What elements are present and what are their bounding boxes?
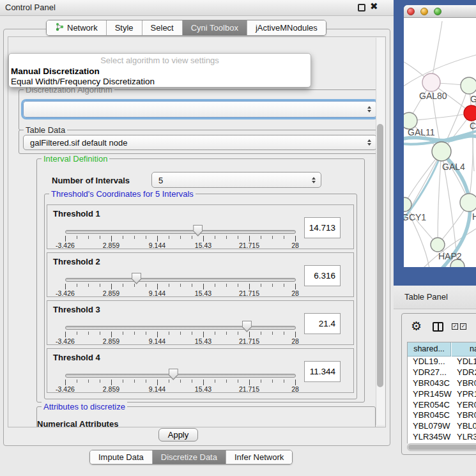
- cell-name[interactable]: YBL0: [457, 421, 476, 432]
- cell-name[interactable]: YDR2: [457, 367, 476, 378]
- slider-thumb[interactable]: [169, 369, 178, 380]
- slider-track[interactable]: [65, 374, 296, 378]
- slider-track[interactable]: [65, 230, 296, 234]
- float-icon[interactable]: [358, 4, 365, 12]
- slider-track[interactable]: [65, 326, 296, 330]
- cell-name[interactable]: YBR0: [457, 410, 476, 421]
- cell-name[interactable]: YPR1: [457, 389, 476, 400]
- slider-tick: [215, 332, 215, 335]
- table-row[interactable]: YDL19...YDL1: [408, 357, 476, 367]
- threshold-value-field[interactable]: 6.316: [304, 265, 341, 286]
- option-equal-width-frequency[interactable]: Equal Width/Frequency Discretization: [11, 77, 155, 86]
- table-hscrollbar-thumb[interactable]: [408, 445, 476, 450]
- slider-tick-label: 21.715: [239, 385, 259, 393]
- threshold-label: Threshold 3: [53, 305, 100, 314]
- threshold-panel-2: Threshold 2-3.4262.8599.14415.4321.71528…: [47, 252, 354, 297]
- slider-tick: [180, 284, 181, 287]
- tab-jactivemnodules[interactable]: jActiveMNodules: [247, 20, 326, 35]
- threshold-value-field[interactable]: 21.4: [304, 313, 341, 334]
- cell-shared-name[interactable]: YBL079W: [413, 421, 450, 432]
- slider-tick-label: 15.43: [195, 289, 211, 297]
- slider-tick-label: 2.859: [103, 289, 119, 297]
- slider-tick: [111, 332, 112, 337]
- tab-impute-data[interactable]: Impute Data: [90, 450, 153, 464]
- discretization-algorithm-group: Discretization Algorithm: [19, 89, 380, 130]
- top-tabbar: NetworkStyleSelectCyni ToolboxjActiveMNo…: [46, 20, 326, 36]
- cell-shared-name[interactable]: YDR27...: [413, 367, 447, 378]
- table-row[interactable]: YDR27...YDR2: [408, 367, 476, 378]
- table-data-group: Table Data galFiltered.sif default node: [19, 130, 380, 154]
- slider-thumb[interactable]: [193, 225, 203, 236]
- number-of-intervals-select[interactable]: 5: [151, 172, 321, 188]
- network-window-titlebar[interactable]: [404, 5, 476, 18]
- slider-tick: [88, 380, 89, 383]
- table-row[interactable]: YLR345WYLR3: [408, 432, 476, 443]
- cell-name[interactable]: YER0: [457, 400, 476, 411]
- cell-shared-name[interactable]: YDL19...: [413, 357, 445, 367]
- slider-tick: [146, 380, 146, 383]
- minimize-light[interactable]: [420, 8, 428, 15]
- gear-icon[interactable]: ⚙: [411, 319, 422, 333]
- threshold-panel-3: Threshold 3-3.4262.8599.14415.4321.71528…: [47, 300, 354, 345]
- column-header-name[interactable]: na: [452, 342, 476, 357]
- network-canvas[interactable]: GAL80GCGAL11GAL4GCY1HHAP2: [404, 18, 476, 267]
- cell-shared-name[interactable]: YER054C: [413, 400, 450, 411]
- cell-shared-name[interactable]: YBR043C: [413, 378, 450, 389]
- option-manual-discretization[interactable]: Manual Discretization: [11, 66, 100, 76]
- table-data-select[interactable]: galFiltered.sif default node: [23, 135, 377, 150]
- cell-shared-name[interactable]: YLR345W: [413, 432, 450, 443]
- network-view-window: GAL80GCGAL11GAL4GCY1HHAP2: [404, 5, 476, 267]
- slider-tick: [295, 380, 296, 385]
- node-label-h: H: [472, 211, 476, 222]
- tab-cyni-toolbox[interactable]: Cyni Toolbox: [183, 20, 247, 35]
- table-row[interactable]: YPR145WYPR1: [408, 389, 476, 400]
- slider-tick: [261, 380, 261, 383]
- slider-thumb[interactable]: [242, 321, 252, 332]
- tab-select[interactable]: Select: [142, 20, 183, 35]
- slider-tick: [192, 332, 192, 335]
- zoom-light[interactable]: [434, 8, 441, 15]
- slider-tick: [65, 284, 66, 289]
- cell-name[interactable]: YLR3: [457, 432, 476, 443]
- tab-network[interactable]: Network: [47, 20, 107, 35]
- slider-tick: [111, 380, 112, 385]
- cell-name[interactable]: YDL1: [457, 357, 476, 367]
- combo-stepper-icon: [367, 139, 371, 146]
- slider-tick: [238, 332, 238, 335]
- bottom-tabbar: Impute DataDiscretize DataInfer Network: [89, 450, 293, 464]
- close-icon[interactable]: ✖: [370, 1, 378, 12]
- slider-tick: [295, 236, 296, 242]
- node-label-gal11: GAL11: [408, 127, 435, 137]
- slider-thumb[interactable]: [132, 273, 141, 284]
- panel-scrollbar-thumb[interactable]: [377, 124, 383, 387]
- slider-tick-label: 9.144: [149, 289, 165, 297]
- algorithm-select[interactable]: [23, 101, 377, 118]
- tab-label: Cyni Toolbox: [191, 23, 238, 33]
- column-checkbox-icon[interactable]: ✓: [460, 323, 466, 330]
- slider-track[interactable]: [65, 278, 296, 282]
- tab-discretize-data[interactable]: Discretize Data: [153, 450, 226, 464]
- slider-tick: [77, 332, 77, 335]
- table-row[interactable]: YBR043CYBR0: [408, 378, 476, 389]
- table-row[interactable]: YBR045CYBR0: [408, 410, 476, 421]
- cell-name[interactable]: YBR0: [457, 378, 476, 389]
- table-row[interactable]: YBL079WYBL0: [408, 421, 476, 432]
- split-view-icon[interactable]: [433, 322, 443, 332]
- slider-tick-label: 28: [291, 337, 299, 345]
- column-header-shared-name[interactable]: shared...: [408, 342, 451, 357]
- tab-style[interactable]: Style: [107, 20, 142, 35]
- slider-tick: [180, 380, 181, 383]
- tab-label: Style: [115, 23, 134, 33]
- column-checkbox-icon[interactable]: ✓: [452, 323, 458, 330]
- slider-tick: [238, 236, 238, 239]
- cell-shared-name[interactable]: YBR045C: [413, 410, 450, 421]
- algorithm-hint-option[interactable]: Select algorithm to view settings: [9, 56, 311, 65]
- slider-tick-label: -3.426: [56, 289, 75, 297]
- close-light[interactable]: [407, 8, 415, 15]
- threshold-value-field[interactable]: 11.344: [304, 361, 341, 382]
- cell-shared-name[interactable]: YPR145W: [413, 389, 452, 400]
- table-row[interactable]: YER054CYER0: [408, 400, 476, 411]
- tab-infer-network[interactable]: Infer Network: [226, 450, 292, 464]
- apply-button[interactable]: Apply: [158, 428, 198, 441]
- threshold-value-field[interactable]: 14.713: [304, 217, 341, 238]
